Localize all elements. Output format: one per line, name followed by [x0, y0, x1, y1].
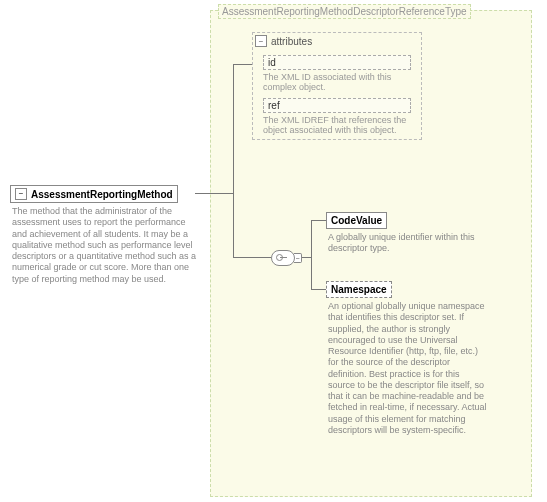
attr-ref[interactable]: ref [263, 98, 411, 113]
collapse-icon[interactable]: − [255, 35, 267, 47]
root-desc: The method that the administrator of the… [12, 206, 202, 285]
sequence-icon[interactable]: − [271, 250, 302, 266]
type-title: AssessmentReportingMethodDescriptorRefer… [218, 4, 471, 19]
attr-id[interactable]: id [263, 55, 411, 70]
attributes-block: − attributes id The XML ID associated wi… [252, 32, 422, 140]
child-codevalue[interactable]: CodeValue [326, 212, 387, 229]
attributes-heading: attributes [271, 36, 312, 47]
namespace-desc: An optional globally unique namespace th… [328, 301, 488, 436]
namespace-label: Namespace [331, 284, 387, 295]
root-element[interactable]: − AssessmentReportingMethod [10, 185, 178, 203]
codevalue-desc: A globally unique identifier within this… [328, 232, 483, 255]
child-namespace[interactable]: Namespace [326, 281, 392, 298]
root-label: AssessmentReportingMethod [31, 189, 173, 200]
codevalue-label: CodeValue [331, 215, 382, 226]
attr-ref-desc: The XML IDREF that references the object… [263, 115, 411, 135]
attr-id-desc: The XML ID associated with this complex … [263, 72, 411, 92]
collapse-icon[interactable]: − [15, 188, 27, 200]
